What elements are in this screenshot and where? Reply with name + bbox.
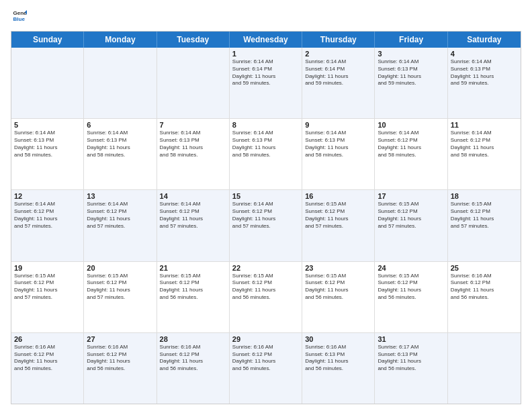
day-detail: Sunrise: 6:14 AM Sunset: 6:13 PM Dayligh… — [451, 58, 518, 87]
calendar-cell: 13Sunrise: 6:14 AM Sunset: 6:12 PM Dayli… — [84, 190, 157, 261]
day-detail: Sunrise: 6:15 AM Sunset: 6:12 PM Dayligh… — [160, 273, 226, 302]
calendar-cell: 7Sunrise: 6:14 AM Sunset: 6:13 PM Daylig… — [157, 119, 230, 189]
day-number: 31 — [378, 335, 444, 343]
calendar-row-0: 1Sunrise: 6:14 AM Sunset: 6:14 PM Daylig… — [11, 48, 521, 118]
svg-text:General: General — [13, 10, 27, 16]
day-number: 26 — [14, 335, 81, 343]
day-detail: Sunrise: 6:14 AM Sunset: 6:12 PM Dayligh… — [87, 201, 153, 230]
calendar-cell: 28Sunrise: 6:16 AM Sunset: 6:12 PM Dayli… — [157, 333, 230, 404]
day-detail: Sunrise: 6:14 AM Sunset: 6:12 PM Dayligh… — [14, 201, 81, 230]
calendar-cell: 12Sunrise: 6:14 AM Sunset: 6:12 PM Dayli… — [11, 190, 84, 261]
calendar-cell: 11Sunrise: 6:14 AM Sunset: 6:12 PM Dayli… — [448, 119, 521, 189]
calendar-cell: 4Sunrise: 6:14 AM Sunset: 6:13 PM Daylig… — [448, 48, 521, 118]
day-number: 20 — [87, 264, 153, 272]
calendar-cell: 19Sunrise: 6:15 AM Sunset: 6:12 PM Dayli… — [11, 262, 84, 332]
page: General Blue SundayMondayTuesdayWednesda… — [0, 0, 532, 411]
day-number: 13 — [87, 192, 153, 200]
day-number: 14 — [160, 192, 226, 200]
day-detail: Sunrise: 6:16 AM Sunset: 6:13 PM Dayligh… — [305, 344, 371, 373]
day-detail: Sunrise: 6:15 AM Sunset: 6:12 PM Dayligh… — [305, 273, 371, 302]
day-detail: Sunrise: 6:14 AM Sunset: 6:13 PM Dayligh… — [160, 130, 226, 158]
logo: General Blue — [11, 8, 27, 26]
day-detail: Sunrise: 6:14 AM Sunset: 6:14 PM Dayligh… — [232, 58, 299, 87]
calendar-row-3: 19Sunrise: 6:15 AM Sunset: 6:12 PM Dayli… — [11, 261, 521, 332]
calendar-cell: 22Sunrise: 6:15 AM Sunset: 6:12 PM Dayli… — [230, 262, 302, 332]
day-number: 12 — [14, 192, 81, 200]
day-detail: Sunrise: 6:15 AM Sunset: 6:12 PM Dayligh… — [87, 273, 153, 302]
calendar-cell: 30Sunrise: 6:16 AM Sunset: 6:13 PM Dayli… — [302, 333, 375, 404]
day-number: 16 — [305, 192, 371, 200]
day-number: 2 — [305, 50, 371, 58]
calendar-cell: 21Sunrise: 6:15 AM Sunset: 6:12 PM Dayli… — [157, 262, 230, 332]
day-detail: Sunrise: 6:16 AM Sunset: 6:12 PM Dayligh… — [14, 344, 81, 373]
day-detail: Sunrise: 6:15 AM Sunset: 6:12 PM Dayligh… — [451, 201, 518, 230]
calendar-cell: 23Sunrise: 6:15 AM Sunset: 6:12 PM Dayli… — [302, 262, 375, 332]
calendar-cell: 31Sunrise: 6:17 AM Sunset: 6:13 PM Dayli… — [375, 333, 447, 404]
day-number: 4 — [451, 50, 518, 58]
day-detail: Sunrise: 6:14 AM Sunset: 6:13 PM Dayligh… — [305, 130, 371, 158]
day-number: 10 — [378, 121, 444, 129]
day-detail: Sunrise: 6:14 AM Sunset: 6:13 PM Dayligh… — [378, 58, 444, 87]
calendar-cell: 25Sunrise: 6:16 AM Sunset: 6:12 PM Dayli… — [448, 262, 521, 332]
logo-icon: General Blue — [12, 8, 27, 23]
calendar-cell: 8Sunrise: 6:14 AM Sunset: 6:13 PM Daylig… — [230, 119, 302, 189]
calendar-cell: 9Sunrise: 6:14 AM Sunset: 6:13 PM Daylig… — [302, 119, 375, 189]
day-number: 19 — [14, 264, 81, 272]
calendar-cell — [157, 48, 230, 118]
day-detail: Sunrise: 6:16 AM Sunset: 6:12 PM Dayligh… — [87, 344, 153, 373]
day-number: 21 — [160, 264, 226, 272]
day-number: 30 — [305, 335, 371, 343]
day-detail: Sunrise: 6:14 AM Sunset: 6:12 PM Dayligh… — [451, 130, 518, 158]
calendar-header: SundayMondayTuesdayWednesdayThursdayFrid… — [11, 32, 521, 48]
day-number: 23 — [305, 264, 371, 272]
day-detail: Sunrise: 6:15 AM Sunset: 6:12 PM Dayligh… — [14, 273, 81, 302]
calendar-cell: 16Sunrise: 6:15 AM Sunset: 6:12 PM Dayli… — [302, 190, 375, 261]
day-detail: Sunrise: 6:16 AM Sunset: 6:12 PM Dayligh… — [232, 344, 299, 373]
day-number: 8 — [232, 121, 299, 129]
calendar-row-1: 5Sunrise: 6:14 AM Sunset: 6:13 PM Daylig… — [11, 118, 521, 189]
calendar-cell: 5Sunrise: 6:14 AM Sunset: 6:13 PM Daylig… — [11, 119, 84, 189]
day-number: 27 — [87, 335, 153, 343]
day-number: 9 — [305, 121, 371, 129]
calendar-cell: 14Sunrise: 6:14 AM Sunset: 6:12 PM Dayli… — [157, 190, 230, 261]
calendar-cell — [84, 48, 157, 118]
header-day-monday: Monday — [84, 32, 157, 48]
day-number: 25 — [451, 264, 518, 272]
calendar-row-2: 12Sunrise: 6:14 AM Sunset: 6:12 PM Dayli… — [11, 189, 521, 261]
day-number: 11 — [451, 121, 518, 129]
day-detail: Sunrise: 6:15 AM Sunset: 6:12 PM Dayligh… — [232, 273, 299, 302]
day-detail: Sunrise: 6:15 AM Sunset: 6:12 PM Dayligh… — [378, 273, 444, 302]
day-detail: Sunrise: 6:14 AM Sunset: 6:13 PM Dayligh… — [232, 130, 299, 158]
calendar-cell: 10Sunrise: 6:14 AM Sunset: 6:12 PM Dayli… — [375, 119, 447, 189]
calendar-cell — [11, 48, 84, 118]
day-number: 18 — [451, 192, 518, 200]
day-detail: Sunrise: 6:14 AM Sunset: 6:14 PM Dayligh… — [305, 58, 371, 87]
calendar-body: 1Sunrise: 6:14 AM Sunset: 6:14 PM Daylig… — [11, 48, 521, 404]
day-number: 22 — [232, 264, 299, 272]
calendar-cell: 20Sunrise: 6:15 AM Sunset: 6:12 PM Dayli… — [84, 262, 157, 332]
header-day-friday: Friday — [375, 32, 447, 48]
calendar-cell: 2Sunrise: 6:14 AM Sunset: 6:14 PM Daylig… — [302, 48, 375, 118]
day-detail: Sunrise: 6:15 AM Sunset: 6:12 PM Dayligh… — [378, 201, 444, 230]
day-number: 7 — [160, 121, 226, 129]
calendar-cell: 26Sunrise: 6:16 AM Sunset: 6:12 PM Dayli… — [11, 333, 84, 404]
calendar-cell: 3Sunrise: 6:14 AM Sunset: 6:13 PM Daylig… — [375, 48, 447, 118]
day-number: 1 — [232, 50, 299, 58]
svg-text:Blue: Blue — [13, 16, 25, 22]
day-number: 5 — [14, 121, 81, 129]
calendar-cell: 29Sunrise: 6:16 AM Sunset: 6:12 PM Dayli… — [230, 333, 302, 404]
calendar-row-4: 26Sunrise: 6:16 AM Sunset: 6:12 PM Dayli… — [11, 332, 521, 404]
day-detail: Sunrise: 6:16 AM Sunset: 6:12 PM Dayligh… — [451, 273, 518, 302]
day-detail: Sunrise: 6:14 AM Sunset: 6:13 PM Dayligh… — [14, 130, 81, 158]
day-detail: Sunrise: 6:17 AM Sunset: 6:13 PM Dayligh… — [378, 344, 444, 373]
day-detail: Sunrise: 6:14 AM Sunset: 6:13 PM Dayligh… — [87, 130, 153, 158]
day-detail: Sunrise: 6:14 AM Sunset: 6:12 PM Dayligh… — [378, 130, 444, 158]
day-number: 6 — [87, 121, 153, 129]
header: General Blue — [11, 8, 521, 26]
day-detail: Sunrise: 6:14 AM Sunset: 6:12 PM Dayligh… — [160, 201, 226, 230]
day-number: 15 — [232, 192, 299, 200]
calendar-cell: 24Sunrise: 6:15 AM Sunset: 6:12 PM Dayli… — [375, 262, 447, 332]
header-day-sunday: Sunday — [11, 32, 84, 48]
day-detail: Sunrise: 6:14 AM Sunset: 6:12 PM Dayligh… — [232, 201, 299, 230]
calendar-cell: 18Sunrise: 6:15 AM Sunset: 6:12 PM Dayli… — [448, 190, 521, 261]
